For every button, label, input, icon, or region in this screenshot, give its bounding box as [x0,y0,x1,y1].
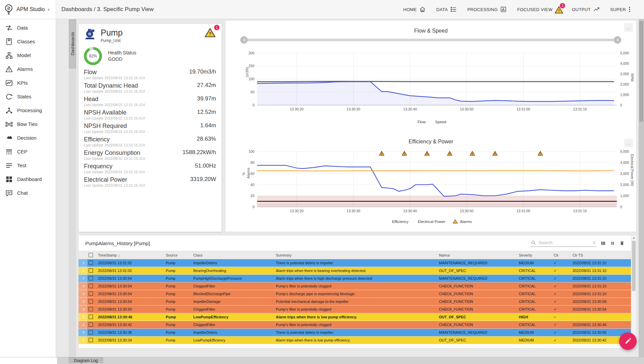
table-row[interactable]: 2022/08/31 13:30:46 Pump LowPumpEfficien… [79,313,636,321]
metric-last-update: Last Update 2022/08/31 13:31:15:314 [84,157,216,161]
table-row[interactable]: 2022/08/31 13:30:54 Pump CloggedFilter P… [79,282,636,290]
chart-zoom-slider[interactable] [243,39,618,41]
sort-desc-icon[interactable]: ↓ [118,253,120,257]
legend-item-alarms[interactable]: Alarms [453,219,472,224]
chart-menu-icon[interactable]: ... [624,23,633,32]
row-checkbox[interactable] [87,268,97,273]
column-header-clr[interactable]: Clr [552,253,571,257]
columns-icon[interactable] [600,240,606,246]
table-scrollbar[interactable]: ▲ ▼ [631,235,636,348]
sidebar-item-model[interactable]: Model [0,48,56,62]
cell-class: ImpellerDamage [192,300,275,304]
nav-item-home[interactable]: HOME [403,6,427,13]
window-scrollbar[interactable] [639,19,644,364]
nav-item-focused-view[interactable]: FOCUSED VIEW ? 1 [517,6,562,13]
sidebar-item-states[interactable]: States [0,90,56,103]
column-header-class[interactable]: Class [192,253,275,257]
pause-updates-icon[interactable] [609,240,615,246]
row-checkbox[interactable] [87,276,97,281]
row-checkbox[interactable] [87,315,97,320]
table-row[interactable]: 2022/08/31 13:30:34 Pump LowPumpEfficien… [79,336,636,344]
search-input[interactable] [538,240,590,245]
slider-handle-left[interactable] [240,36,248,44]
nav-item-processing[interactable]: PROCESSING [467,6,507,13]
column-header-clr-ts[interactable]: Clr TS [571,253,631,257]
sidebar-item-dashboard[interactable]: Dashboard [0,172,56,186]
cell-source: Pump [164,284,192,288]
sidebar-item-cep[interactable]: CEP [0,145,56,158]
clear-search-icon[interactable] [592,239,597,245]
edit-fab-button[interactable] [619,332,637,350]
row-expand-icon[interactable] [79,267,87,274]
row-checkbox[interactable] [87,299,97,304]
row-checkbox[interactable] [87,338,97,343]
nav-item-super[interactable]: SUPER [610,6,635,13]
row-expand-icon[interactable] [79,329,87,336]
svg-text:13:30:40: 13:30:40 [403,209,417,213]
diagram-log-tab[interactable]: Diagram Log [69,357,103,363]
row-expand-icon[interactable] [79,282,87,290]
column-header-namur[interactable]: Namur [438,253,517,257]
row-checkbox[interactable] [87,284,97,289]
row-expand-icon[interactable] [79,290,87,298]
table-scroll-thumb[interactable] [632,241,636,291]
sidebar-item-decision[interactable]: Decision [0,131,56,145]
table-row[interactable]: 2022/08/31 13:30:54 Pump BlockedDischarg… [79,290,636,298]
legend-item-electrical-power[interactable]: Electrical Power [416,220,445,224]
legend-item-speed[interactable]: Speed [433,120,446,124]
sidebar-item-test[interactable]: Test [0,158,56,172]
row-expand-icon[interactable] [79,306,87,313]
sidebar-item-chat[interactable]: Chat [0,186,56,200]
sidebar-collapse-icon[interactable]: ‹ [48,6,50,13]
chart-box-icon [500,6,507,13]
cell-namur: OUT_OF_SPEC [438,315,517,319]
cell-clr: ✓ [552,330,571,335]
row-expand-icon[interactable] [79,336,87,344]
sidebar-item-processing[interactable]: Processing [0,103,56,117]
metric-label: Head [84,95,98,103]
sidebar-item-kpis[interactable]: KPIs [0,76,56,90]
column-header-severity[interactable]: Severity [517,253,552,257]
row-checkbox[interactable] [87,307,97,312]
sidebar-item-bow-ties[interactable]: Bow Ties [0,117,56,131]
table-row[interactable]: 2022/08/31 13:30:38 Pump ImpellerDebris … [79,329,636,336]
scroll-up-icon[interactable]: ▲ [631,235,636,240]
row-checkbox[interactable] [87,291,97,297]
sidebar-item-label: KPIs [17,80,28,86]
sidebar-item-classes[interactable]: Classes [0,35,56,48]
delete-icon[interactable] [619,240,625,246]
row-checkbox[interactable] [87,322,97,327]
table-row[interactable]: 2022/08/31 13:30:54 Pump ImpellerDamage … [79,298,636,306]
metrics-list: Flow 19.70m3/h Last Update 2022/08/31 13… [84,69,216,187]
row-checkbox[interactable] [87,261,97,266]
metric-last-update: Last Update 2022/08/31 13:31:15:314 [84,130,216,134]
table-row[interactable]: 2022/08/31 13:30:54 Pump PumpHighDischar… [79,275,636,282]
nav-item-output[interactable]: OUTPUT [572,6,600,13]
table-row[interactable]: 2022/08/31 13:30:50 Pump CloggedFilter P… [79,306,636,313]
table-row[interactable]: 2022/08/31 13:30:42 Pump CloggedFilter P… [79,321,636,329]
nav-item-data[interactable]: DATA [436,6,457,13]
svg-text:0: 0 [620,205,622,209]
row-expand-icon[interactable] [79,275,87,282]
row-expand-icon[interactable] [79,298,87,305]
dashboards-tab[interactable]: Dashboards [69,19,76,69]
column-header-timestamp[interactable]: TimeStamp ↓ [97,253,164,257]
table-row[interactable]: 2022/08/31 13:31:02 Pump BearingOverheat… [79,267,636,275]
row-expand-icon[interactable] [79,313,87,321]
slider-handle-right[interactable] [614,36,621,44]
sidebar-item-alarms[interactable]: Alarms [0,62,56,76]
row-expand-icon[interactable] [79,259,87,267]
column-header-source[interactable]: Source [164,253,192,257]
row-expand-icon[interactable] [79,321,87,328]
window-scroll-thumb[interactable] [639,21,643,122]
metric-last-update: Last Update 2022/08/31 13:31:15:314 [84,117,216,120]
table-row[interactable]: 2022/08/31 13:31:02 Pump ImpellerDebris … [79,259,636,267]
row-checkbox[interactable] [87,330,97,335]
column-header-summary[interactable]: Summary [275,253,438,257]
legend-item-flow[interactable]: Flow [415,120,426,124]
chart-menu-icon[interactable]: ... [624,139,633,147]
pump-alert-warning-icon[interactable]: ? 1 [205,28,216,38]
sidebar-item-data[interactable]: Data [0,21,56,35]
legend-item-efficiency[interactable]: Efficiency [390,220,408,224]
select-all-checkbox[interactable] [87,253,97,257]
